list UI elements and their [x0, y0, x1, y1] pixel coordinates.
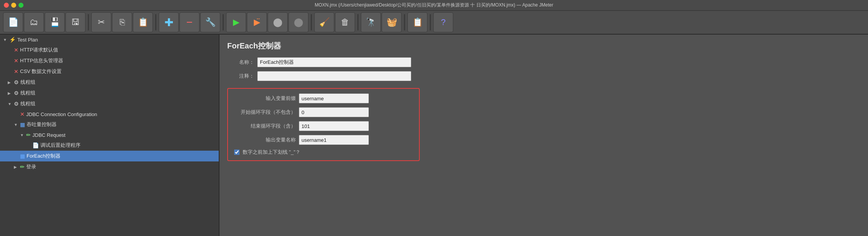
comment-row: 注释： — [227, 71, 860, 81]
stop-now-button[interactable]: ⬤ — [288, 12, 308, 32]
sidebar-item-label: JDBC Request — [32, 132, 65, 138]
underscore-checkbox[interactable] — [234, 150, 240, 155]
sidebar-item-jdbc-config[interactable]: ✕ JDBC Connection Configuration — [0, 109, 219, 119]
paste-button[interactable]: 📋 — [133, 12, 153, 32]
foreach-icon: ▦ — [20, 153, 25, 159]
toolbar: 📄 🗂 💾 🖫 ✂ ⎘ 📋 ✚ − 🔧 ▶ ▶̈ ⬤ ⬤ 🧹 🗑 🔭 🧺 📋 ? — [0, 11, 868, 35]
input-prefix-input[interactable] — [299, 93, 369, 103]
copy-button[interactable]: ⎘ — [112, 12, 132, 32]
login-icon: ✏ — [20, 164, 25, 170]
save-button[interactable]: 💾 — [45, 12, 65, 32]
save-as-button[interactable]: 🖫 — [65, 12, 85, 32]
name-row: 名称： — [227, 57, 860, 67]
help-button[interactable]: ? — [433, 12, 453, 32]
close-button[interactable] — [4, 3, 9, 8]
bulk-icon: ▦ — [20, 121, 25, 128]
separator-2 — [155, 14, 156, 30]
sidebar-item-label: ForEach控制器 — [27, 153, 60, 160]
stop-button[interactable]: ⬤ — [268, 12, 288, 32]
start-index-label: 开始循环字段（不包含） — [234, 109, 296, 116]
foreach-section: 输入变量前缀 开始循环字段（不包含） 结束循环字段（含） 输出变量名称 数字之前… — [227, 88, 420, 161]
main-layout: ▼ ⚡ Test Plan ✕ HTTP请求默认值 ✕ HTTP信息头管理器 ✕… — [0, 35, 868, 236]
maximize-button[interactable] — [18, 3, 23, 8]
separator-4 — [311, 14, 312, 30]
http-default-icon: ✕ — [14, 47, 18, 53]
separator-5 — [357, 14, 359, 30]
sidebar-item-label: HTTP信息头管理器 — [20, 57, 63, 64]
sidebar-item-label: CSV 数据文件设置 — [20, 68, 62, 75]
tree-arrow: ▶ — [14, 165, 18, 169]
output-var-input[interactable] — [299, 135, 369, 145]
clear-all-button[interactable]: 🗑 — [335, 12, 355, 32]
output-var-label: 输出变量名称 — [234, 136, 296, 143]
minimize-button[interactable] — [11, 3, 16, 8]
clear-button[interactable]: 🧹 — [314, 12, 334, 32]
search-button[interactable]: 🔭 — [361, 12, 381, 32]
input-prefix-row: 输入变量前缀 — [234, 93, 413, 103]
sidebar-item-thread-group-3[interactable]: ▼ ⚙ 线程组 — [0, 98, 219, 109]
sidebar-item-thread-group-1[interactable]: ▶ ⚙ 线程组 — [0, 77, 219, 88]
sidebar-item-label: JDBC Connection Configuration — [26, 111, 97, 117]
checkbox-label: 数字之前加上下划线 "_"？ — [243, 149, 300, 156]
sidebar-item-label: 登录 — [26, 163, 36, 170]
cut-button[interactable]: ✂ — [91, 12, 111, 32]
tree-arrow: ▶ — [8, 91, 12, 95]
sidebar-item-label: 吞吐量控制器 — [27, 121, 57, 128]
sidebar-item-thread-group-2[interactable]: ▶ ⚙ 线程组 — [0, 88, 219, 98]
input-prefix-label: 输入变量前缀 — [234, 95, 296, 102]
end-index-input[interactable] — [299, 121, 369, 131]
sidebar-item-http-default[interactable]: ✕ HTTP请求默认值 — [0, 45, 219, 55]
reset-button[interactable]: 🧺 — [382, 12, 402, 32]
sidebar-item-label: Test Plan — [17, 37, 38, 43]
tree-arrow: ▼ — [14, 123, 18, 127]
start-index-row: 开始循环字段（不包含） — [234, 107, 413, 117]
debug-icon: 📄 — [32, 142, 39, 148]
thread-group-icon: ⚙ — [14, 79, 19, 85]
start-index-input[interactable] — [299, 107, 369, 117]
sidebar-item-label: 线程组 — [20, 100, 35, 107]
separator-3 — [223, 14, 224, 30]
remove-button[interactable]: − — [179, 12, 199, 32]
tree-arrow: ▶ — [8, 80, 12, 85]
separator-1 — [88, 14, 89, 30]
name-label: 名称： — [227, 59, 254, 66]
content-panel: ForEach控制器 名称： 注释： 输入变量前缀 开始循环字段（不包含） 结束… — [220, 35, 868, 236]
thread-group-icon: ⚙ — [14, 101, 19, 107]
start-no-pause-button[interactable]: ▶̈ — [247, 12, 267, 32]
remote-button[interactable]: 📋 — [407, 12, 427, 32]
sidebar-item-label: 线程组 — [20, 90, 35, 96]
sidebar-item-login[interactable]: ▶ ✏ 登录 — [0, 161, 219, 172]
traffic-lights — [4, 3, 23, 8]
sidebar: ▼ ⚡ Test Plan ✕ HTTP请求默认值 ✕ HTTP信息头管理器 ✕… — [0, 35, 220, 236]
request-icon: ✏ — [26, 132, 31, 138]
toggle-button[interactable]: 🔧 — [200, 12, 220, 32]
sidebar-item-bulk-controller[interactable]: ▼ ▦ 吞吐量控制器 — [0, 119, 219, 130]
test-plan-icon: ⚡ — [9, 37, 16, 43]
tree-arrow: ▼ — [3, 38, 8, 42]
jdbc-icon: ✕ — [20, 111, 25, 117]
add-button[interactable]: ✚ — [159, 12, 179, 32]
sidebar-item-label: 线程组 — [20, 79, 35, 86]
window-title: MOXN.jmx (/Users/chenjiawed/Desktop/公司买的… — [315, 2, 553, 8]
comment-input[interactable] — [257, 71, 411, 81]
separator-7 — [430, 14, 431, 30]
checkbox-row: 数字之前加上下划线 "_"？ — [234, 149, 413, 156]
open-button[interactable]: 🗂 — [24, 12, 44, 32]
sidebar-item-http-header[interactable]: ✕ HTTP信息头管理器 — [0, 55, 219, 66]
sidebar-item-test-plan[interactable]: ▼ ⚡ Test Plan — [0, 35, 219, 45]
panel-title: ForEach控制器 — [227, 41, 860, 51]
sidebar-item-jdbc-request[interactable]: ▼ ✏ JDBC Request — [0, 130, 219, 140]
sidebar-item-csv-data[interactable]: ✕ CSV 数据文件设置 — [0, 66, 219, 77]
thread-group-icon: ⚙ — [14, 90, 19, 96]
start-button[interactable]: ▶ — [226, 12, 246, 32]
tree-arrow: ▼ — [8, 102, 12, 106]
sidebar-item-label: 调试后置处理程序 — [40, 142, 80, 149]
end-index-row: 结束循环字段（含） — [234, 121, 413, 131]
csv-icon: ✕ — [14, 68, 18, 75]
name-input[interactable] — [257, 57, 411, 67]
new-button[interactable]: 📄 — [3, 12, 23, 32]
comment-label: 注释： — [227, 73, 254, 80]
sidebar-item-debug-handler[interactable]: 📄 调试后置处理程序 — [0, 140, 219, 151]
output-var-row: 输出变量名称 — [234, 135, 413, 145]
sidebar-item-foreach-controller[interactable]: ▦ ForEach控制器 — [0, 151, 219, 161]
